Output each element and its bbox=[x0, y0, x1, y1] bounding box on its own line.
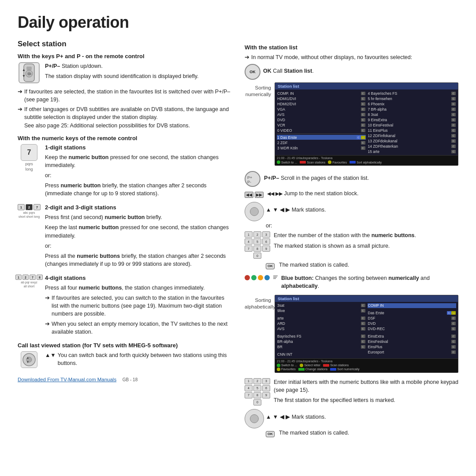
ok-label: OK bbox=[249, 70, 256, 74]
station-row: VGAC bbox=[277, 107, 366, 112]
station-footer-alpha: 21:00 - 21:45 Urlaubsparadies - Toskana … bbox=[275, 358, 458, 372]
remote-img-digit23: 1 2 7 abc pqrs short short long bbox=[18, 204, 41, 218]
right-column: With the station list ➔ In normal TV mod… bbox=[245, 40, 458, 467]
station-list-numerical: Station list COMP. INC HDMI1/DVIC HDMI2/… bbox=[275, 82, 458, 166]
calllast-text: ▲▼ You can switch back and forth quickly… bbox=[45, 351, 231, 369]
station-list-intro: In normal TV mode, without other display… bbox=[251, 53, 412, 61]
station-col-right-num: 4 Bayerisches FSC 5 hr-fernsehenC 6 Phoe… bbox=[368, 91, 457, 154]
station-row: Bayrisches FSC bbox=[277, 334, 366, 339]
station-row: 0 VIDEOC bbox=[277, 128, 366, 133]
digit1-icon: 7 bbox=[21, 144, 37, 161]
calllast-icon: ▲ ▼ bbox=[21, 351, 37, 368]
ok-call-label: OK bbox=[263, 68, 271, 74]
station-col-left-num: COMP. INC HDMI1/DVIC HDMI2/DVIC VGAC AVS… bbox=[277, 91, 366, 154]
green-btn-icon bbox=[251, 275, 257, 280]
jump-btns: ◀◀ ▶▶ bbox=[245, 192, 264, 198]
section-title: Select station bbox=[18, 40, 231, 48]
station-list-alpha-container: Sortingalphabetically Station list 3satC… bbox=[245, 295, 458, 373]
station-row: EurosportC bbox=[368, 350, 457, 355]
call-last-block: ▲ ▼ ▲▼ You can switch back and forth qui… bbox=[18, 351, 231, 369]
pp-text: P+/P– Station up/down. The station displ… bbox=[45, 62, 231, 82]
digit4-title: 4-digit stations bbox=[45, 275, 231, 281]
page-number: GB - 18 bbox=[123, 377, 138, 382]
remote-icon-pp: OK ▲ ▼ bbox=[19, 62, 40, 83]
station-row: EinsExtraC bbox=[368, 334, 457, 339]
station-row: 4 Bayerisches FSC bbox=[368, 91, 457, 96]
blue-button-row: Blue button: Changes the sorting between… bbox=[245, 274, 458, 292]
station-row: DVD-RECC bbox=[368, 327, 457, 331]
left-column: Select station With the keys P+ and P - … bbox=[18, 40, 231, 467]
footer-btns-alpha: Switch to ... Select letter Scan station… bbox=[277, 364, 456, 367]
alpha-keypad-icon: 123 456 789 0 bbox=[245, 378, 270, 405]
page-title: Daily operation bbox=[18, 13, 458, 32]
station-col-right-alpha: COMP IN Das ErsteC☆ DSFC DVDC DVD-RECC E… bbox=[368, 303, 457, 357]
station-row-highlighted: 1 Das ErsteC☆ bbox=[277, 135, 366, 140]
call-last-title: Call last viewed station (for TV sets wi… bbox=[18, 342, 231, 349]
footer-btns-alpha2: Favourites Change stations Sort numerica… bbox=[277, 368, 456, 371]
svg-rect-1 bbox=[26, 67, 32, 70]
or-text: or: bbox=[266, 222, 458, 230]
rewind-button[interactable]: ◀◀ bbox=[245, 192, 253, 198]
ticker-num: 21:00 - 21:45 Urlaubsparadies - Toskana bbox=[277, 156, 456, 160]
station-row: arteC bbox=[277, 316, 366, 321]
remote-img-digit1: 7 pqrs long bbox=[18, 144, 41, 171]
station-row: VCRC bbox=[277, 123, 366, 127]
station-list-num-wrapper: Station list COMP. INC HDMI1/DVIC HDMI2/… bbox=[275, 82, 458, 166]
station-row: 5 hr-fernsehenC bbox=[368, 96, 457, 101]
mark-desc: Mark stations. bbox=[292, 207, 326, 213]
mark-row-2: ▲ ▼ ◀ ▶ Mark stations. bbox=[245, 409, 458, 427]
station-list-alphabetical: Station list 3satC 9liveC arteC ARDC AVS… bbox=[275, 295, 458, 373]
svg-text:P+: P+ bbox=[247, 175, 252, 180]
station-row: Das ErsteC☆ bbox=[368, 311, 457, 316]
station-row: BR-alphaC bbox=[277, 339, 366, 344]
bullet-2b-text: See also page 25: Additional selection p… bbox=[24, 123, 190, 129]
pp-desc: Station up/down. bbox=[62, 63, 103, 69]
arrow-intro: ➔ bbox=[245, 53, 249, 61]
station-col-left-alpha: 3satC 9liveC arteC ARDC AVSC Bayrisches … bbox=[277, 303, 366, 357]
numeric-entry-row: 123 456 789 0 Enter the number of the st… bbox=[245, 231, 458, 259]
digit1-label: pqrs bbox=[25, 162, 33, 166]
station-list-num-body: COMP. INC HDMI1/DVIC HDMI2/DVIC VGAC AVS… bbox=[275, 89, 458, 155]
ok-called-row-2: OK The marked station is called. bbox=[266, 429, 458, 439]
station-row-highlighted-alpha: COMP IN bbox=[368, 303, 457, 308]
pp-scroll-label: P+/P– bbox=[264, 175, 279, 181]
svg-text:▼: ▼ bbox=[22, 74, 26, 78]
station-row: EinsPlusC bbox=[368, 345, 457, 350]
station-row: 14 ZDFtheaterkanC bbox=[368, 144, 457, 149]
digit23-title: 2-digit and 3-digit stations bbox=[45, 204, 231, 211]
station-row: 15 arteC bbox=[368, 149, 457, 154]
footer-link[interactable]: Downloaded From TV-Manual.com Manuals bbox=[18, 377, 116, 382]
station-list-title: With the station list bbox=[245, 44, 458, 51]
pp-scroll-row: P+P- P+/P– Scroll in the pages of the st… bbox=[245, 171, 458, 187]
station-row: HDMI1/DVIC bbox=[277, 96, 366, 101]
forward-button[interactable]: ▶▶ bbox=[255, 192, 264, 198]
station-row: DSFC bbox=[368, 316, 457, 321]
blue-btn-icon bbox=[264, 275, 270, 280]
yellow-btn-icon bbox=[258, 275, 263, 280]
digit23-block: 1 2 7 abc pqrs short short long 2-digit … bbox=[18, 204, 231, 270]
pp-label: P+/P– bbox=[45, 63, 60, 69]
arrow-icon-4a: ➔ bbox=[45, 294, 50, 318]
station-row: BRC bbox=[277, 345, 366, 350]
mark-stations-label: Mark stations. bbox=[292, 414, 326, 420]
station-list-num-header: Station list bbox=[275, 83, 458, 89]
svg-text:P-: P- bbox=[247, 180, 251, 184]
station-row: 13 ZDFdokukanalC bbox=[368, 138, 457, 143]
svg-text:▼: ▼ bbox=[26, 360, 30, 364]
station-list-num-container: Sortingnumerically Station list COMP. IN… bbox=[245, 82, 458, 166]
svg-text:▲: ▲ bbox=[22, 68, 26, 72]
jump-desc: Jump to the next station block. bbox=[284, 190, 359, 197]
ok-called-row: OK The marked station is called. bbox=[266, 261, 458, 271]
station-list-alpha-header: Station list bbox=[275, 295, 458, 302]
pp-scroll-icon: P+P- bbox=[245, 171, 260, 187]
red-btn-icon bbox=[245, 275, 250, 280]
digit4-bullet2: When you select an empty memory location… bbox=[52, 320, 231, 336]
arrow-calllast: ▲▼ bbox=[45, 351, 56, 367]
station-row: 9liveC bbox=[277, 309, 366, 313]
svg-text:▲: ▲ bbox=[26, 356, 30, 360]
keys-p-title: With the keys P+ and P - on the remote c… bbox=[18, 53, 231, 60]
first-station: The first station for the specified lett… bbox=[274, 396, 458, 404]
svg-text:OK: OK bbox=[28, 73, 32, 75]
station-row: AVSC bbox=[277, 327, 366, 331]
digit1-or: or: bbox=[45, 171, 231, 179]
